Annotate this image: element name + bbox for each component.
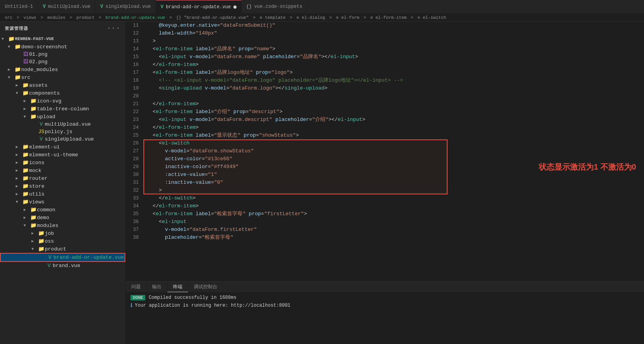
expand-arrow: ▶ bbox=[16, 160, 22, 165]
folder-icon: 📁 bbox=[22, 199, 29, 205]
folder-icon: 📁 bbox=[30, 113, 37, 120]
tab-vuesnippets[interactable]: {} vue.code-snippets bbox=[242, 0, 308, 13]
item-label: table-tree-column bbox=[37, 106, 125, 112]
sidebar-item-element-ui-theme[interactable]: ▶ 📁 element-ui-theme bbox=[0, 151, 125, 159]
sidebar-item-common[interactable]: ▶ 📁 common bbox=[0, 206, 125, 214]
breadcrumb: src > views > modules > product > brand-… bbox=[0, 14, 644, 22]
tab-label: singleUpload.vue bbox=[105, 4, 150, 9]
code-line-highlighted: 27 v-model="dataForm.showStatus" bbox=[126, 147, 644, 155]
sidebar-item-mock[interactable]: ▶ 📁 mock bbox=[0, 167, 125, 174]
panel-tab-output[interactable]: 输出 bbox=[147, 282, 167, 292]
folder-icon: 📁 bbox=[30, 214, 37, 221]
sidebar-item-demo-screenshot[interactable]: ▼ 📁 demo-screenshot bbox=[0, 43, 125, 51]
vue-icon: V bbox=[38, 136, 45, 142]
sidebar-item-product[interactable]: ▼ 📁 product bbox=[0, 245, 125, 253]
folder-icon: 📁 bbox=[22, 90, 29, 96]
sidebar-item-upload[interactable]: ▼ 📁 upload bbox=[0, 113, 125, 121]
panel-content: DONE Compiled successfully in 1688ms ℹ Y… bbox=[126, 293, 644, 344]
expand-arrow: ▼ bbox=[31, 247, 38, 251]
sidebar-item-policy[interactable]: JS policy.js bbox=[0, 128, 125, 135]
sidebar-menu-button[interactable]: ··· bbox=[107, 25, 121, 32]
sidebar-item-src[interactable]: ▼ 📁 src bbox=[0, 73, 125, 81]
panel-tab-issues[interactable]: 问题 bbox=[126, 282, 147, 292]
panel-tab-terminal[interactable]: 终端 bbox=[167, 282, 188, 292]
sidebar-item-element-ui[interactable]: ▶ 📁 element-ui bbox=[0, 143, 125, 151]
item-label: components bbox=[29, 90, 125, 96]
panel-tab-debug[interactable]: 调试控制台 bbox=[188, 282, 223, 292]
expand-arrow: ▼ bbox=[16, 200, 22, 204]
item-label: element-ui bbox=[29, 144, 125, 150]
expand-arrow: ▶ bbox=[16, 184, 22, 188]
sidebar-item-table-tree-column[interactable]: ▶ 📁 table-tree-column bbox=[0, 105, 125, 113]
sidebar-content[interactable]: ▼ 📁 RENREN-FAST-VUE ▼ 📁 demo-screenshot … bbox=[0, 35, 125, 344]
sidebar-item-multiupload[interactable]: V multiUpload.vue bbox=[0, 121, 125, 128]
item-label: policy.js bbox=[45, 129, 125, 135]
folder-icon: 📁 bbox=[8, 36, 15, 42]
expand-arrow: ▶ bbox=[16, 192, 22, 196]
sidebar-item-views[interactable]: ▼ 📁 views bbox=[0, 198, 125, 206]
code-line: 36 <el-input bbox=[126, 218, 644, 226]
sidebar-item-components[interactable]: ▼ 📁 components bbox=[0, 89, 125, 97]
sidebar-item-icon-svg[interactable]: ▶ 📁 icon-svg bbox=[0, 97, 125, 105]
snippet-icon: {} bbox=[246, 4, 252, 9]
code-line: 24 </el-form-item> bbox=[126, 124, 644, 132]
tab-untitled[interactable]: Untitled-1 bbox=[0, 0, 38, 13]
sidebar-item-assets[interactable]: ▶ 📁 assets bbox=[0, 81, 125, 89]
sidebar-item-job[interactable]: ▶ 📁 job bbox=[0, 229, 125, 237]
sidebar-item-node-modules[interactable]: ▶ 📁 node_modules bbox=[0, 66, 125, 73]
tab-singleupload[interactable]: V singleUpload.vue bbox=[95, 0, 156, 13]
expand-arrow: ▼ bbox=[24, 115, 30, 119]
compile-status-text: Compiled successfully in 1688ms bbox=[149, 295, 236, 300]
item-label: multiUpload.vue bbox=[45, 121, 125, 127]
sidebar-item-02png[interactable]: 🖼 02.png bbox=[0, 58, 125, 66]
vue-icon: V bbox=[38, 121, 45, 127]
code-line: 16 </el-form-item> bbox=[126, 61, 644, 69]
root-label: RENREN-FAST-VUE bbox=[15, 37, 125, 41]
sidebar-item-brand[interactable]: V brand.vue bbox=[0, 262, 125, 269]
expand-arrow: ▶ bbox=[16, 83, 22, 88]
folder-icon: 📁 bbox=[22, 159, 29, 166]
code-line: 15 <el-input v-model="dataForm.name" pla… bbox=[126, 53, 644, 61]
sidebar-item-01png[interactable]: 🖼 01.png bbox=[0, 51, 125, 58]
vue-icon: V bbox=[43, 4, 46, 9]
sidebar-item-router[interactable]: ▶ 📁 router bbox=[0, 174, 125, 182]
expand-arrow: ▶ bbox=[16, 168, 22, 173]
sidebar-item-store[interactable]: ▶ 📁 store bbox=[0, 182, 125, 190]
code-line-highlighted: 26 <el-switch bbox=[126, 139, 644, 147]
code-line: 37 v-model="dataForm.firstLetter" bbox=[126, 226, 644, 234]
item-label: 02.png bbox=[29, 59, 125, 65]
code-line: 35 <el-form-item label="检索首字母" prop="fir… bbox=[126, 210, 644, 218]
sidebar-item-demo[interactable]: ▶ 📁 demo bbox=[0, 214, 125, 221]
code-editor[interactable]: 11 @keyup.enter.native="dataFormSubmit()… bbox=[126, 22, 644, 281]
item-label: utils bbox=[29, 191, 125, 197]
sidebar-item-root[interactable]: ▼ 📁 RENREN-FAST-VUE bbox=[0, 35, 125, 43]
sidebar-item-singleupload[interactable]: V singleUpload.vue bbox=[0, 135, 125, 143]
code-line: 17 <el-form-item label="品牌logo地址" prop="… bbox=[126, 69, 644, 77]
sidebar-item-oss[interactable]: ▶ 📁 oss bbox=[0, 237, 125, 245]
folder-icon: 📁 bbox=[14, 66, 21, 73]
sidebar-item-utils[interactable]: ▶ 📁 utils bbox=[0, 190, 125, 198]
expand-arrow: ▶ bbox=[31, 239, 38, 243]
item-label: job bbox=[45, 231, 125, 236]
file-icon: 🖼 bbox=[22, 51, 29, 57]
folder-icon: 📁 bbox=[22, 82, 29, 88]
item-label: icons bbox=[29, 160, 125, 166]
item-label: 01.png bbox=[29, 51, 125, 57]
code-line: 33 </el-switch> bbox=[126, 194, 644, 202]
vue-icon: V bbox=[46, 263, 53, 269]
bottom-panel: 问题 输出 终端 调试控制台 DONE Compiled successfull… bbox=[126, 281, 644, 344]
tab-brandaddorupdate[interactable]: V brand-add-or-update.vue bbox=[156, 0, 242, 13]
item-label: singleUpload.vue bbox=[45, 136, 125, 142]
folder-icon: 📁 bbox=[22, 175, 29, 181]
main-layout: 资源管理器 ··· ▼ 📁 RENREN-FAST-VUE ▼ 📁 demo-s… bbox=[0, 22, 644, 344]
code-line: 14 <el-form-item label="品牌名" prop="name"… bbox=[126, 45, 644, 53]
compile-status-line: DONE Compiled successfully in 1688ms bbox=[130, 295, 639, 300]
sidebar-item-modules[interactable]: ▼ 📁 modules bbox=[0, 221, 125, 229]
sidebar-item-brand-add-or-update[interactable]: V brand-add-or-update.vue bbox=[0, 253, 125, 262]
item-label: mock bbox=[29, 168, 125, 174]
sidebar-item-icons[interactable]: ▶ 📁 icons bbox=[0, 159, 125, 167]
item-label: views bbox=[29, 199, 125, 205]
tab-multiupload[interactable]: V multiUpload.vue bbox=[38, 0, 95, 13]
item-label: brand-add-or-update.vue bbox=[53, 254, 125, 260]
code-line: 19 <single-upload v-model="dataForm.logo… bbox=[126, 84, 644, 92]
